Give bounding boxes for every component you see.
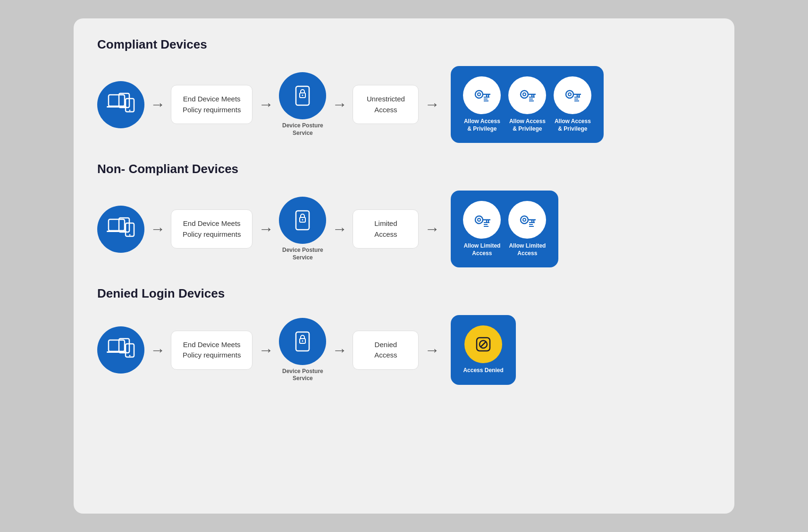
policy-line2: Policy requirments [183, 106, 241, 114]
compliant-posture-label: Device PostureService [282, 122, 323, 137]
non-compliant-posture-circle [279, 197, 326, 244]
denied-device-icon [107, 337, 135, 363]
svg-point-63 [124, 351, 125, 352]
compliant-device-circle [97, 81, 144, 128]
svg-line-69 [480, 341, 486, 347]
arrow-3: → [332, 96, 347, 113]
denied-policy-line2: Policy requirments [183, 351, 241, 359]
nc-result-label-1: Allow LimitedAccess [463, 242, 500, 257]
key-icon-circle-2 [508, 76, 546, 114]
arrow-2: → [258, 96, 273, 113]
non-compliant-device-circle [97, 206, 144, 253]
denied-access-line1: Denied [375, 341, 397, 349]
access-line2: Access [374, 106, 397, 114]
denied-policy-box: End Device Meets Policy requirments [171, 331, 252, 370]
denied-result-label: Access Denied [463, 367, 503, 374]
nc-arrow-2: → [258, 220, 273, 238]
denied-arrow-4: → [424, 341, 439, 359]
svg-point-3 [129, 109, 131, 111]
svg-point-61 [129, 355, 131, 357]
device-icon [107, 92, 135, 117]
svg-point-38 [124, 231, 125, 232]
nc-result-label-2: Allow LimitedAccess [509, 242, 546, 257]
svg-point-42 [475, 216, 483, 224]
nc-access-line2: Access [374, 230, 397, 238]
svg-point-50 [521, 216, 528, 224]
denied-result-panel: Access Denied [451, 315, 515, 385]
denied-posture-label: Device PostureService [282, 368, 323, 382]
denied-title: Denied Login Devices [97, 286, 711, 301]
svg-point-8 [302, 95, 303, 96]
compliant-policy-box: End Device Meets Policy requirments [171, 85, 252, 124]
non-compliant-posture-label: Device PostureService [282, 247, 323, 261]
denied-policy-line1: End Device Meets [183, 341, 241, 349]
denied-posture-wrapper: Device PostureService [279, 318, 326, 382]
svg-rect-58 [109, 340, 125, 351]
svg-point-25 [566, 91, 573, 98]
nc-access-line1: Limited [374, 219, 397, 227]
compliant-posture-wrapper: Device PostureService [279, 72, 326, 137]
arrow-4: → [424, 96, 439, 113]
compliant-flow-row: → End Device Meets Policy requirments → [97, 66, 711, 143]
policy-line1: End Device Meets [183, 95, 241, 103]
non-compliant-title: Non- Compliant Devices [97, 162, 711, 176]
denied-arrow-1: → [150, 341, 165, 359]
non-compliant-flow-row: → End Device Meets Policy requirments → … [97, 191, 711, 267]
svg-rect-33 [109, 219, 125, 231]
denied-access-line2: Access [374, 351, 397, 359]
svg-point-9 [475, 91, 483, 98]
nc-arrow-3: → [332, 220, 347, 238]
diagram-card: Compliant Devices [74, 18, 734, 514]
compliant-title: Compliant Devices [97, 37, 711, 52]
svg-point-51 [523, 218, 526, 221]
svg-point-36 [129, 234, 131, 235]
denied-flow-row: → End Device Meets Policy requirments → … [97, 315, 711, 385]
non-compliant-result-panel: Allow LimitedAccess [451, 191, 558, 267]
non-compliant-posture-wrapper: Device PostureService [279, 197, 326, 261]
denied-posture-circle [279, 318, 326, 365]
svg-point-43 [478, 218, 480, 221]
result-label-2: Allow Access& Privilege [509, 118, 546, 133]
compliant-section: Compliant Devices [97, 37, 711, 143]
nc-key-icon-circle-1 [463, 201, 501, 239]
non-compliant-section: Non- Compliant Devices → End Device Meet… [97, 162, 711, 267]
svg-point-41 [302, 219, 303, 221]
nc-arrow-1: → [150, 220, 165, 238]
result-label-1: Allow Access& Privilege [464, 118, 500, 133]
nc-result-item-2: Allow LimitedAccess [508, 201, 546, 257]
denied-icon-circle [464, 325, 502, 363]
denied-section: Denied Login Devices → End Device Meets [97, 286, 711, 385]
result-label-3: Allow Access& Privilege [555, 118, 591, 133]
key-icon-circle-3 [554, 76, 591, 114]
denied-arrow-2: → [258, 341, 273, 359]
svg-point-66 [302, 340, 303, 341]
nc-device-icon [107, 216, 135, 242]
svg-point-17 [521, 91, 528, 98]
denied-access-box: Denied Access [353, 331, 419, 370]
nc-policy-line1: End Device Meets [183, 219, 241, 227]
svg-point-10 [478, 93, 480, 96]
result-item-3: Allow Access& Privilege [554, 76, 591, 133]
compliant-posture-circle [279, 72, 326, 119]
result-item-2: Allow Access& Privilege [508, 76, 546, 133]
nc-key-icon-circle-2 [508, 201, 546, 239]
arrow-1: → [150, 96, 165, 113]
svg-point-26 [568, 93, 571, 96]
non-compliant-access-box: Limited Access [353, 209, 419, 249]
compliant-result-panel: Allow Access& Privilege [451, 66, 604, 143]
compliant-access-box: Unrestricted Access [353, 85, 419, 124]
svg-rect-0 [109, 95, 125, 106]
denied-device-circle [97, 326, 144, 374]
svg-point-18 [523, 93, 526, 96]
denied-result-item-1: Access Denied [463, 325, 503, 374]
result-item-1: Allow Access& Privilege [463, 76, 501, 133]
access-line1: Unrestricted [367, 95, 405, 103]
nc-result-item-1: Allow LimitedAccess [463, 201, 501, 257]
nc-arrow-4: → [424, 220, 439, 238]
nc-policy-line2: Policy requirments [183, 230, 241, 238]
key-icon-circle-1 [463, 76, 501, 114]
denied-arrow-3: → [332, 341, 347, 359]
svg-point-5 [124, 106, 125, 107]
non-compliant-policy-box: End Device Meets Policy requirments [171, 209, 252, 249]
